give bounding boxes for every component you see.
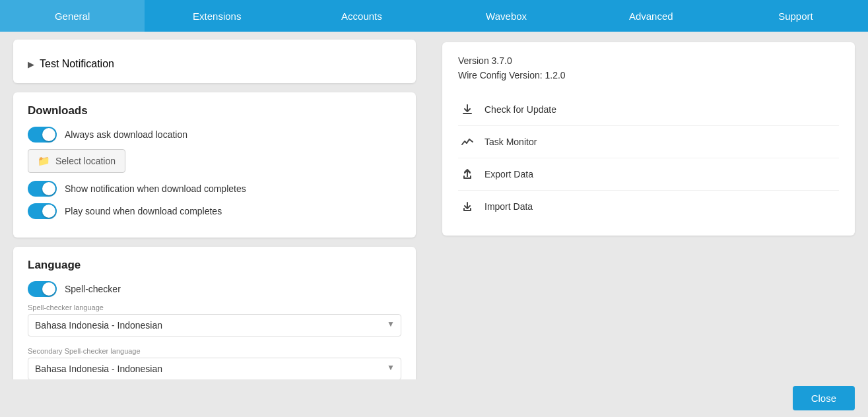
always-ask-label: Always ask download location — [65, 129, 187, 140]
close-button[interactable]: Close — [793, 386, 855, 410]
nav-general[interactable]: General — [0, 0, 145, 32]
nav-accounts[interactable]: Accounts — [289, 0, 434, 32]
main-content: ▶ Test Notification Downloads Always ask… — [0, 32, 868, 417]
chart-icon — [458, 133, 477, 151]
show-notification-toggle[interactable] — [28, 181, 57, 197]
secondary-language-wrapper: Secondary Spell-checker language Bahasa … — [28, 347, 401, 380]
play-sound-row: Play sound when download completes — [28, 203, 401, 219]
nav-extensions[interactable]: Extensions — [145, 0, 289, 32]
show-notification-row: Show notification when download complete… — [28, 181, 401, 197]
select-location-button[interactable]: 📁 Select location — [28, 149, 125, 173]
bottom-bar: Close — [0, 379, 868, 417]
show-notification-label: Show notification when download complete… — [65, 183, 246, 194]
nav-wavebox[interactable]: Wavebox — [434, 0, 579, 32]
test-notification-card: ▶ Test Notification — [13, 40, 416, 83]
test-notification-row[interactable]: ▶ Test Notification — [28, 51, 401, 71]
import-data-row[interactable]: Import Data — [458, 191, 839, 222]
downloads-card: Downloads Always ask download location 📁… — [13, 92, 416, 238]
import-data-label: Import Data — [484, 201, 533, 212]
spell-checker-row: Spell-checker — [28, 281, 401, 297]
folder-icon: 📁 — [38, 155, 50, 167]
secondary-language-select[interactable]: Bahasa Indonesia - Indonesian — [28, 358, 401, 380]
play-icon: ▶ — [28, 59, 34, 69]
task-monitor-row[interactable]: Task Monitor — [458, 126, 839, 158]
nav-support[interactable]: Support — [723, 0, 868, 32]
select-location-label: Select location — [55, 156, 116, 166]
export-data-label: Export Data — [484, 169, 533, 179]
import-icon — [458, 197, 477, 216]
always-ask-toggle[interactable] — [28, 127, 57, 143]
secondary-language-label: Secondary Spell-checker language — [28, 347, 401, 355]
top-navigation: General Extensions Accounts Wavebox Adva… — [0, 0, 868, 32]
play-sound-label: Play sound when download completes — [65, 206, 222, 216]
svg-rect-0 — [463, 113, 472, 114]
check-update-label: Check for Update — [484, 104, 556, 115]
downloads-heading: Downloads — [28, 104, 401, 117]
export-data-row[interactable]: Export Data — [458, 158, 839, 191]
download-icon — [458, 100, 477, 119]
info-card: Version 3.7.0 Wire Config Version: 1.2.0… — [442, 42, 855, 236]
check-update-row[interactable]: Check for Update — [458, 94, 839, 126]
spell-checker-language-select[interactable]: Bahasa Indonesia - Indonesian — [28, 314, 401, 337]
spell-checker-language-label: Spell-checker language — [28, 304, 401, 311]
spell-checker-language-wrapper: Spell-checker language Bahasa Indonesia … — [28, 304, 401, 337]
play-sound-toggle[interactable] — [28, 203, 57, 219]
always-ask-row: Always ask download location — [28, 127, 401, 143]
task-monitor-label: Task Monitor — [484, 137, 537, 147]
left-panel: ▶ Test Notification Downloads Always ask… — [0, 32, 429, 417]
version-text: Version 3.7.0 — [458, 55, 839, 66]
spell-checker-label: Spell-checker — [65, 284, 121, 294]
nav-advanced[interactable]: Advanced — [579, 0, 723, 32]
test-notification-label: Test Notification — [40, 58, 114, 70]
wire-config-text: Wire Config Version: 1.2.0 — [458, 70, 839, 80]
spell-checker-toggle[interactable] — [28, 281, 57, 297]
export-icon — [458, 165, 477, 183]
right-panel: Version 3.7.0 Wire Config Version: 1.2.0… — [429, 32, 868, 417]
language-heading: Language — [28, 259, 401, 272]
